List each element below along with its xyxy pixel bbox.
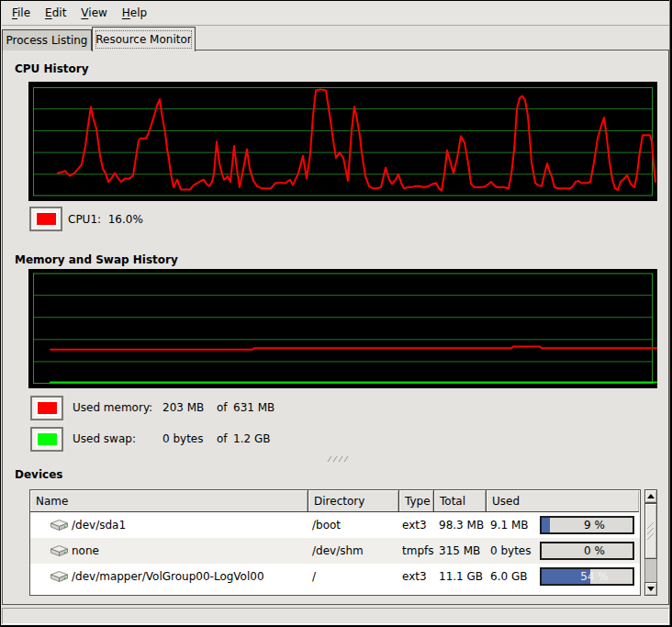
devices-table-header: NameDirectoryTypeTotalUsed bbox=[30, 490, 640, 512]
device-total-cell: 98.3 MB bbox=[434, 512, 487, 538]
cpu1-color-swatch bbox=[35, 211, 58, 227]
device-name: /dev/mapper/VolGroup00-LogVol00 bbox=[72, 570, 264, 583]
column-header-used[interactable]: Used bbox=[487, 490, 639, 512]
used-memory-total: 631 MB bbox=[233, 401, 274, 414]
menu-bar: FileEditViewHelp bbox=[2, 1, 669, 26]
arrow-up-icon bbox=[647, 494, 655, 498]
device-row-2[interactable]: /dev/mapper/VolGroup00-LogVol00/ext311.1… bbox=[30, 564, 640, 589]
device-used-value: 6.0 GB bbox=[490, 570, 527, 583]
scrollbar-thumb[interactable] bbox=[644, 503, 657, 559]
devices-vertical-scrollbar[interactable] bbox=[644, 489, 657, 596]
device-used-progressbar: 54 % bbox=[540, 567, 634, 586]
progressbar-label: 54 % bbox=[556, 569, 633, 584]
device-total-cell: 315 MB bbox=[434, 538, 487, 564]
device-name: none bbox=[72, 544, 99, 557]
device-used-value: 9.1 MB bbox=[490, 519, 528, 532]
cpu-history-title: CPU History bbox=[15, 62, 89, 75]
used-swap-value: 0 bytes bbox=[162, 432, 204, 445]
memory-swap-chart bbox=[28, 269, 657, 388]
tab-focus-outline bbox=[95, 30, 192, 49]
used-memory-value: 203 MB bbox=[162, 401, 204, 414]
system-monitor-window: FileEditViewHelp Process Listing Resourc… bbox=[0, 0, 672, 627]
progressbar-label: 9 % bbox=[556, 518, 633, 532]
harddisk-icon bbox=[50, 545, 68, 557]
device-used-value: 0 bytes bbox=[490, 544, 532, 557]
used-swap-of: of bbox=[217, 432, 228, 445]
cpu1-legend-label: CPU1: 16.0% bbox=[68, 213, 143, 226]
cpu-history-graph bbox=[28, 82, 657, 201]
cpu1-color-button[interactable] bbox=[29, 207, 62, 231]
scrollbar-grip-icon bbox=[646, 521, 655, 542]
column-header-label: Directory bbox=[314, 495, 364, 508]
menu-file[interactable]: File bbox=[6, 3, 36, 23]
device-used-cell: 6.0 GB54 % bbox=[487, 564, 639, 589]
progressbar-label: 0 % bbox=[556, 543, 633, 558]
device-row-0[interactable]: /dev/sda1/bootext398.3 MB9.1 MB9 % bbox=[30, 512, 640, 538]
device-directory-cell: /dev/shm bbox=[308, 538, 399, 564]
memory-swap-graph bbox=[28, 269, 657, 388]
devices-table-body: /dev/sda1/bootext398.3 MB9.1 MB9 %none/d… bbox=[30, 512, 640, 589]
column-header-label: Name bbox=[36, 495, 68, 508]
status-bar bbox=[2, 608, 669, 624]
device-used-progressbar: 0 % bbox=[540, 542, 634, 560]
device-directory-cell: / bbox=[308, 564, 399, 589]
device-name-cell: /dev/sda1 bbox=[30, 512, 308, 538]
column-header-name[interactable]: Name bbox=[30, 490, 308, 512]
scrollbar-up-button[interactable] bbox=[644, 489, 657, 503]
device-type-cell: tmpfs bbox=[399, 538, 434, 564]
harddisk-icon bbox=[50, 520, 68, 532]
cpu-history-chart bbox=[28, 82, 657, 201]
column-header-type[interactable]: Type bbox=[399, 490, 434, 512]
column-header-label: Type bbox=[405, 495, 431, 508]
column-header-directory[interactable]: Directory bbox=[308, 490, 399, 512]
paned-resize-grip[interactable] bbox=[326, 454, 352, 464]
device-used-cell: 0 bytes0 % bbox=[487, 538, 639, 564]
used-memory-color-swatch bbox=[36, 400, 59, 416]
device-total-cell: 11.1 GB bbox=[434, 564, 487, 589]
harddisk-icon bbox=[50, 571, 68, 583]
column-header-label: Total bbox=[440, 495, 465, 508]
menu-help[interactable]: Help bbox=[117, 3, 152, 23]
device-row-1[interactable]: none/dev/shmtmpfs315 MB0 bytes0 % bbox=[30, 538, 640, 564]
devices-table: NameDirectoryTypeTotalUsed /dev/sda1/boo… bbox=[29, 489, 641, 596]
menu-edit[interactable]: Edit bbox=[39, 3, 72, 23]
device-type-cell: ext3 bbox=[399, 512, 434, 538]
scrollbar-down-button[interactable] bbox=[644, 582, 657, 596]
window-border-top bbox=[0, 0, 672, 1]
devices-title: Devices bbox=[15, 468, 62, 481]
device-used-cell: 9.1 MB9 % bbox=[487, 512, 639, 538]
device-name-cell: none bbox=[30, 538, 308, 564]
device-name: /dev/sda1 bbox=[72, 519, 126, 532]
progressbar-fill bbox=[542, 518, 550, 532]
device-directory-cell: /boot bbox=[308, 512, 399, 538]
column-header-label: Used bbox=[492, 495, 520, 508]
tab-process-listing[interactable]: Process Listing bbox=[2, 29, 92, 50]
tab-resource-monitor[interactable]: Resource Monitor bbox=[92, 27, 196, 51]
used-swap-color-button[interactable] bbox=[30, 427, 63, 452]
used-swap-label: Used swap: bbox=[73, 432, 136, 445]
used-swap-color-swatch bbox=[36, 431, 59, 447]
used-memory-color-button[interactable] bbox=[30, 396, 63, 420]
arrow-down-icon bbox=[647, 587, 655, 591]
tab-strip: Process Listing Resource Monitor bbox=[2, 27, 669, 50]
used-memory-label: Used memory: bbox=[73, 401, 152, 414]
device-type-cell: ext3 bbox=[399, 564, 434, 589]
column-header-total[interactable]: Total bbox=[434, 490, 487, 512]
window-border-left bbox=[0, 0, 1, 627]
memory-swap-title: Memory and Swap History bbox=[15, 253, 178, 266]
used-memory-of: of bbox=[217, 401, 228, 414]
device-used-progressbar: 9 % bbox=[540, 516, 634, 534]
device-name-cell: /dev/mapper/VolGroup00-LogVol00 bbox=[30, 564, 308, 589]
used-swap-total: 1.2 GB bbox=[233, 432, 270, 445]
tab-process-listing-label: Process Listing bbox=[6, 34, 88, 47]
menu-view[interactable]: View bbox=[75, 3, 112, 23]
